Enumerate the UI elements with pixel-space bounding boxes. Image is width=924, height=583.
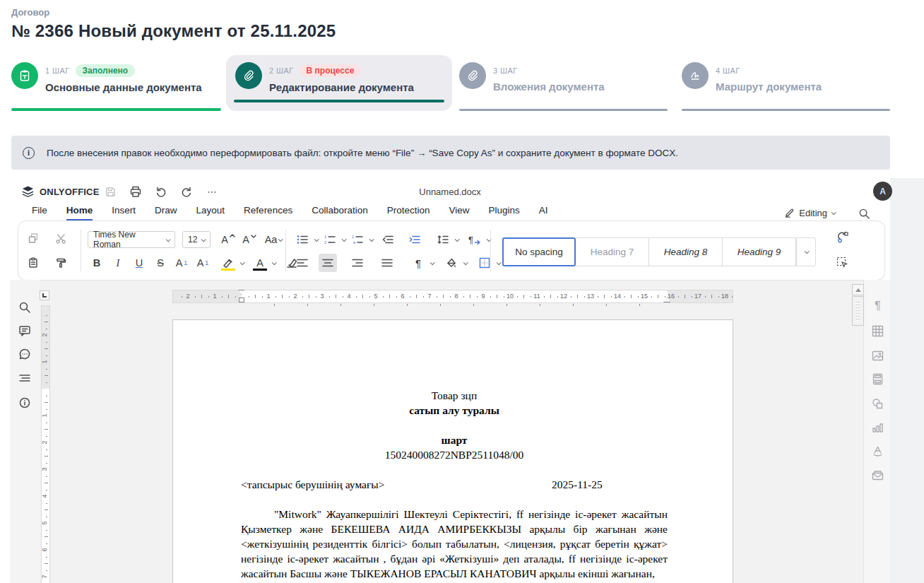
subscript-button[interactable]: A1: [194, 254, 212, 272]
paragraph-settings-icon[interactable]: ¶: [872, 300, 884, 312]
ruler-mark: 16: [668, 293, 675, 300]
paste-icon[interactable]: [24, 254, 42, 272]
tab-draw[interactable]: Draw: [155, 205, 177, 221]
chevron-down-icon[interactable]: [342, 237, 347, 242]
numbering-icon[interactable]: 12: [321, 230, 339, 249]
decrease-indent-icon[interactable]: [379, 230, 397, 249]
document-page[interactable]: Товар зцп сатып алу туралы шарт 15024000…: [172, 319, 733, 583]
highlight-color-icon[interactable]: [219, 254, 237, 272]
tab-selector-icon[interactable]: [40, 290, 49, 300]
style-no-spacing[interactable]: No spacing: [502, 237, 576, 266]
step-2-edit-document[interactable]: 2 ШАГВ процессе Редактирование документа: [226, 55, 452, 111]
align-left-icon[interactable]: [293, 254, 312, 272]
ruler-mark: [584, 296, 585, 298]
nonprinting-characters-icon[interactable]: ¶: [409, 254, 427, 272]
tab-references[interactable]: References: [244, 205, 292, 221]
multilevel-list-icon[interactable]: 1a: [348, 230, 367, 249]
scroll-up-button[interactable]: [852, 284, 864, 295]
underline-button[interactable]: U: [130, 254, 148, 272]
style-heading-8[interactable]: Heading 8: [649, 237, 723, 266]
chevron-down-icon[interactable]: [497, 260, 502, 265]
shape-settings-icon[interactable]: [872, 398, 884, 410]
chevron-down-icon[interactable]: [463, 260, 468, 265]
chevron-down-icon[interactable]: [455, 237, 460, 242]
contract-paragraph: "Mitwork" Жауапкершілігі Шектеулі Серікт…: [241, 507, 668, 581]
table-settings-icon[interactable]: [872, 325, 884, 337]
tab-layout[interactable]: Layout: [196, 205, 225, 221]
search-icon[interactable]: [858, 208, 870, 220]
chevron-down-icon[interactable]: [240, 260, 245, 265]
find-icon[interactable]: [18, 301, 31, 314]
ruler-mark: 5: [374, 293, 377, 300]
font-size-select[interactable]: 12: [182, 231, 211, 248]
breadcrumb[interactable]: Договор: [11, 7, 49, 18]
italic-button[interactable]: I: [109, 254, 127, 272]
select-all-icon[interactable]: [836, 257, 849, 269]
shading-icon[interactable]: [442, 254, 461, 272]
chevron-down-icon[interactable]: [272, 260, 277, 265]
ruler-mark: [46, 543, 47, 544]
image-settings-icon[interactable]: [872, 350, 884, 362]
chevron-down-icon[interactable]: [369, 237, 374, 242]
step-1-main-data[interactable]: 1 ШАГЗаполнено Основные данные документа: [11, 55, 221, 111]
navigation-headings-icon[interactable]: [18, 372, 31, 384]
mail-merge-icon[interactable]: [872, 469, 884, 481]
increase-indent-icon[interactable]: [405, 230, 424, 249]
align-right-icon[interactable]: [348, 254, 367, 272]
avatar[interactable]: A: [873, 182, 892, 201]
about-info-icon[interactable]: [18, 396, 31, 409]
comments-icon[interactable]: [18, 324, 31, 337]
change-case-icon[interactable]: Aa: [264, 230, 283, 249]
horizontal-ruler[interactable]: 21123456789101112131415161718: [172, 290, 733, 303]
vertical-ruler[interactable]: 211234567: [41, 305, 50, 583]
tab-plugins[interactable]: Plugins: [489, 205, 520, 221]
font-name-select[interactable]: Times New Roman: [88, 231, 175, 248]
header-footer-settings-icon[interactable]: [872, 373, 884, 385]
tab-view[interactable]: View: [449, 205, 470, 221]
justify-icon[interactable]: [378, 254, 396, 272]
chat-icon[interactable]: [18, 348, 31, 360]
chevron-down-icon[interactable]: [314, 237, 319, 242]
replace-icon[interactable]: [836, 231, 849, 244]
align-center-icon[interactable]: [319, 254, 337, 272]
tab-ai[interactable]: AI: [539, 205, 548, 221]
bold-button[interactable]: B: [88, 254, 106, 272]
tab-file[interactable]: File: [32, 205, 47, 221]
ruler-mark: [276, 296, 276, 298]
copy-icon[interactable]: [24, 229, 42, 247]
ruler-mark: [46, 409, 47, 410]
tab-insert[interactable]: Insert: [112, 205, 136, 221]
style-heading-9[interactable]: Heading 9: [723, 237, 796, 266]
left-indent-marker[interactable]: [239, 298, 244, 302]
bullets-icon[interactable]: [293, 230, 312, 249]
chevron-down-icon[interactable]: [430, 260, 435, 265]
document-text[interactable]: Товар зцп сатып алу туралы шарт 15024000…: [241, 388, 668, 581]
chart-settings-icon[interactable]: [872, 422, 884, 434]
superscript-button[interactable]: A1: [172, 254, 191, 272]
style-heading-7[interactable]: Heading 7: [576, 237, 649, 266]
paragraph-direction-icon[interactable]: ¶: [466, 230, 484, 249]
step-4-route[interactable]: 4 ШАГ Маршрут документа: [682, 55, 890, 111]
borders-icon[interactable]: [475, 254, 494, 272]
ruler-mark: [45, 402, 48, 403]
cut-icon[interactable]: [52, 229, 70, 247]
strikethrough-button[interactable]: S: [151, 254, 170, 272]
step-progress-line: [682, 109, 890, 111]
decrease-font-icon[interactable]: A: [240, 230, 259, 249]
ruler-mark: 1: [266, 293, 270, 300]
step-3-attachments[interactable]: 3 ШАГ Вложения документа: [459, 55, 668, 111]
ruler-mark: [262, 296, 263, 298]
line-spacing-icon[interactable]: [434, 230, 452, 249]
scrollbar-thumb[interactable]: [852, 296, 864, 326]
editing-mode-select[interactable]: Editing: [784, 208, 835, 218]
format-painter-icon[interactable]: [52, 254, 70, 272]
ruler-mark: 2: [41, 440, 48, 444]
tab-collaboration[interactable]: Collaboration: [312, 205, 368, 221]
styles-expand-icon[interactable]: [796, 237, 816, 266]
increase-font-icon[interactable]: A: [219, 230, 237, 249]
ruler-mark: [678, 296, 679, 298]
font-color-icon[interactable]: A: [251, 254, 269, 272]
tab-protection[interactable]: Protection: [387, 205, 430, 221]
text-art-settings-icon[interactable]: [872, 445, 884, 457]
tab-home[interactable]: Home: [66, 205, 93, 221]
